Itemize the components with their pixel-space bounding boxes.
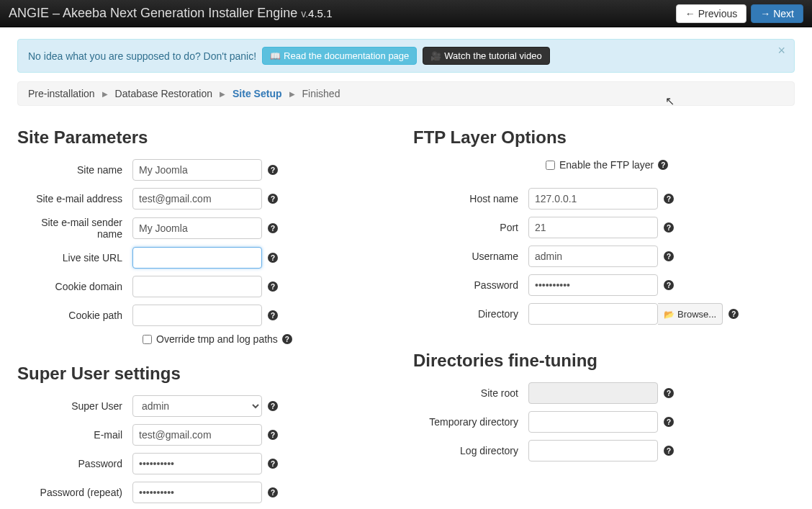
watch-tutorial-button[interactable]: Watch the tutorial video: [423, 47, 549, 65]
navbar: ANGIE – Akeeba Next Generation Installer…: [0, 0, 812, 27]
help-icon[interactable]: ?: [664, 280, 674, 290]
cookie-domain-input[interactable]: [132, 276, 262, 297]
breadcrumb-step-preinstall[interactable]: Pre-installation: [28, 88, 95, 99]
navbar-buttons: Previous Next: [676, 4, 803, 23]
override-paths-label: Override tmp and log paths: [156, 333, 278, 345]
cookie-domain-label: Cookie domain: [17, 281, 132, 292]
help-icon[interactable]: ?: [658, 160, 668, 170]
ftp-dir-label: Directory: [413, 308, 528, 320]
chevron-right-icon: ▶: [102, 90, 108, 98]
info-alert: No idea what you are supposed to do? Don…: [17, 39, 795, 73]
browse-label: Browse...: [677, 309, 716, 320]
arrow-right-icon: [760, 8, 770, 19]
video-icon: [430, 50, 441, 61]
superuser-password-input[interactable]: [132, 453, 262, 474]
alert-text: No idea what you are supposed to do? Don…: [28, 50, 256, 62]
site-email-input[interactable]: [132, 188, 262, 210]
help-icon[interactable]: ?: [664, 194, 674, 204]
breadcrumb-step-sitesetup[interactable]: Site Setup: [233, 88, 281, 99]
directories-heading: Directories fine-tuning: [413, 351, 795, 371]
site-email-label: Site e-mail address: [17, 193, 132, 204]
log-dir-label: Log directory: [413, 445, 528, 456]
live-url-input[interactable]: [132, 247, 262, 269]
cookie-path-label: Cookie path: [17, 310, 132, 321]
ftp-host-input[interactable]: [528, 188, 658, 210]
help-icon[interactable]: ?: [268, 487, 278, 497]
ftp-heading: FTP Layer Options: [413, 127, 795, 148]
help-icon[interactable]: ?: [268, 165, 278, 175]
help-icon[interactable]: ?: [268, 430, 278, 440]
chevron-right-icon: ▶: [289, 90, 295, 98]
ftp-user-input[interactable]: [528, 246, 658, 267]
app-title: ANGIE – Akeeba Next Generation Installer…: [9, 6, 297, 20]
arrow-left-icon: [685, 8, 695, 19]
help-icon[interactable]: ?: [268, 459, 278, 469]
help-icon[interactable]: ?: [664, 388, 674, 398]
superuser-password2-input[interactable]: [132, 482, 262, 503]
tmp-dir-input[interactable]: [528, 411, 658, 433]
help-icon[interactable]: ?: [268, 223, 278, 233]
site-root-input: [528, 382, 658, 404]
next-label: Next: [773, 8, 794, 19]
help-icon[interactable]: ?: [268, 401, 278, 411]
version-number: 4.5.1: [308, 7, 332, 19]
help-icon[interactable]: ?: [728, 309, 739, 319]
enable-ftp-checkbox[interactable]: [546, 161, 555, 170]
superuser-password2-label: Password (repeat): [17, 487, 132, 498]
ftp-pass-input[interactable]: [528, 274, 658, 296]
app-brand: ANGIE – Akeeba Next Generation Installer…: [9, 6, 332, 21]
ftp-port-input[interactable]: [528, 217, 658, 238]
previous-label: Previous: [698, 8, 737, 19]
help-icon[interactable]: ?: [282, 334, 292, 344]
site-name-label: Site name: [17, 164, 132, 176]
cookie-path-input[interactable]: [132, 305, 262, 326]
folder-icon: [664, 309, 675, 320]
site-email-sender-label: Site e-mail sender name: [17, 217, 132, 240]
video-button-label: Watch the tutorial video: [444, 50, 541, 61]
close-icon[interactable]: ×: [777, 44, 785, 57]
chevron-right-icon: ▶: [220, 90, 225, 98]
help-icon[interactable]: ?: [268, 194, 278, 204]
ftp-port-label: Port: [413, 222, 528, 233]
superuser-select[interactable]: admin: [132, 395, 262, 417]
version-label: v.: [301, 8, 308, 19]
read-documentation-button[interactable]: Read the documentation page: [262, 47, 417, 65]
book-icon: [270, 50, 281, 61]
help-icon[interactable]: ?: [664, 446, 674, 456]
superuser-label: Super User: [17, 400, 132, 412]
site-parameters-heading: Site Parameters: [17, 127, 399, 148]
ftp-dir-input[interactable]: [528, 303, 658, 325]
ftp-user-label: Username: [413, 251, 528, 262]
browse-button[interactable]: Browse...: [658, 303, 723, 325]
superuser-email-input[interactable]: [132, 424, 262, 446]
ftp-host-label: Host name: [413, 193, 528, 204]
override-paths-checkbox[interactable]: [143, 335, 152, 344]
log-dir-input[interactable]: [528, 440, 658, 461]
superuser-password-label: Password: [17, 458, 132, 469]
help-icon[interactable]: ?: [664, 251, 674, 261]
help-icon[interactable]: ?: [664, 222, 674, 233]
breadcrumb-step-db[interactable]: Database Restoration: [115, 88, 212, 99]
site-email-sender-input[interactable]: [132, 217, 262, 239]
enable-ftp-label: Enable the FTP layer: [559, 159, 654, 171]
superuser-email-label: E-mail: [17, 429, 132, 441]
help-icon[interactable]: ?: [268, 310, 278, 320]
site-root-label: Site root: [413, 387, 528, 399]
next-button[interactable]: Next: [751, 4, 803, 23]
site-name-input[interactable]: [132, 159, 262, 181]
breadcrumb-step-finished: Finished: [302, 88, 340, 99]
tmp-dir-label: Temporary directory: [413, 416, 528, 428]
ftp-pass-label: Password: [413, 279, 528, 291]
help-icon[interactable]: ?: [268, 253, 278, 263]
help-icon[interactable]: ?: [268, 281, 278, 292]
doc-button-label: Read the documentation page: [284, 50, 409, 61]
breadcrumb: Pre-installation ▶ Database Restoration …: [17, 81, 795, 106]
previous-button[interactable]: Previous: [676, 4, 746, 23]
superuser-heading: Super User settings: [17, 364, 399, 384]
help-icon[interactable]: ?: [664, 417, 674, 427]
live-url-label: Live site URL: [17, 252, 132, 263]
